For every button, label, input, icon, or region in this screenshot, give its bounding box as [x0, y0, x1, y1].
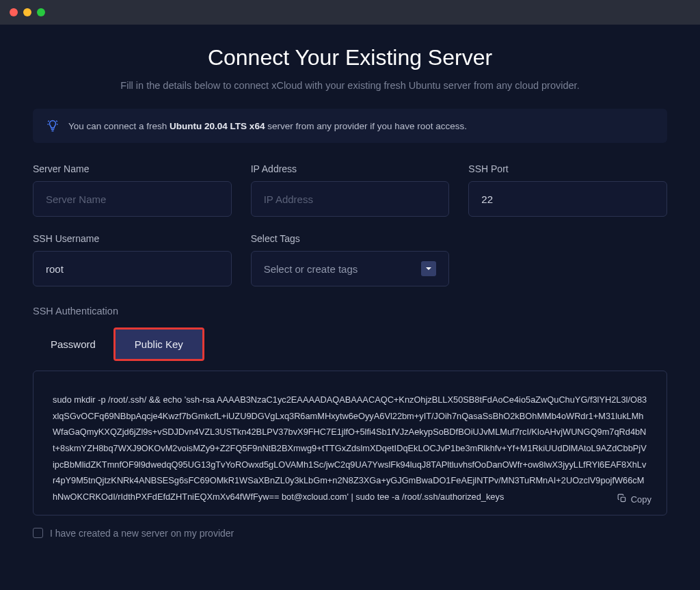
tab-password[interactable]: Password	[33, 327, 113, 361]
info-bold: Ubuntu 20.04 LTS x64	[170, 121, 265, 131]
page-title: Connect Your Existing Server	[33, 45, 667, 70]
ssh-auth-tabs: Password Public Key	[33, 327, 667, 361]
tags-placeholder: Select or create tags	[264, 263, 358, 275]
copy-icon	[617, 494, 627, 505]
minimize-window-icon[interactable]	[23, 8, 31, 16]
ssh-port-input[interactable]	[468, 181, 667, 217]
confirm-row[interactable]: I have created a new server on my provid…	[33, 528, 667, 539]
lightbulb-icon	[46, 120, 59, 132]
window-titlebar	[0, 0, 700, 25]
server-name-label: Server Name	[33, 163, 232, 174]
copy-button[interactable]: Copy	[617, 494, 651, 505]
ssh-key-box: sudo mkdir -p /root/.ssh/ && echo 'ssh-r…	[33, 371, 667, 515]
ssh-port-label: SSH Port	[468, 163, 667, 174]
ip-address-input[interactable]	[251, 181, 450, 217]
ssh-username-label: SSH Username	[33, 233, 232, 244]
confirm-checkbox[interactable]	[33, 528, 43, 538]
info-suffix: server from any provider if you have roo…	[265, 121, 467, 131]
close-window-icon[interactable]	[10, 8, 18, 16]
svg-line-2	[48, 121, 49, 122]
info-banner: You can connect a fresh Ubuntu 20.04 LTS…	[33, 109, 667, 143]
tags-select[interactable]: Select or create tags	[251, 251, 450, 286]
ip-address-label: IP Address	[251, 163, 450, 174]
maximize-window-icon[interactable]	[37, 8, 45, 16]
chevron-down-icon	[421, 261, 436, 276]
server-name-input[interactable]	[33, 181, 232, 217]
svg-line-3	[56, 121, 57, 122]
page-content: Connect Your Existing Server Fill in the…	[0, 25, 700, 590]
ssh-auth-label: SSH Authentication	[33, 306, 667, 317]
page-subtitle: Fill in the details below to connect xCl…	[33, 80, 667, 91]
info-prefix: You can connect a fresh	[68, 121, 170, 131]
info-text: You can connect a fresh Ubuntu 20.04 LTS…	[68, 121, 467, 131]
tab-public-key[interactable]: Public Key	[116, 330, 202, 359]
confirm-label: I have created a new server on my provid…	[50, 528, 234, 539]
svg-rect-6	[621, 497, 625, 501]
copy-label: Copy	[631, 494, 651, 505]
tab-public-key-highlight: Public Key	[113, 327, 204, 361]
ssh-command-text: sudo mkdir -p /root/.ssh/ && echo 'ssh-r…	[53, 392, 647, 505]
ssh-username-input[interactable]	[33, 251, 232, 286]
tags-label: Select Tags	[251, 233, 450, 244]
